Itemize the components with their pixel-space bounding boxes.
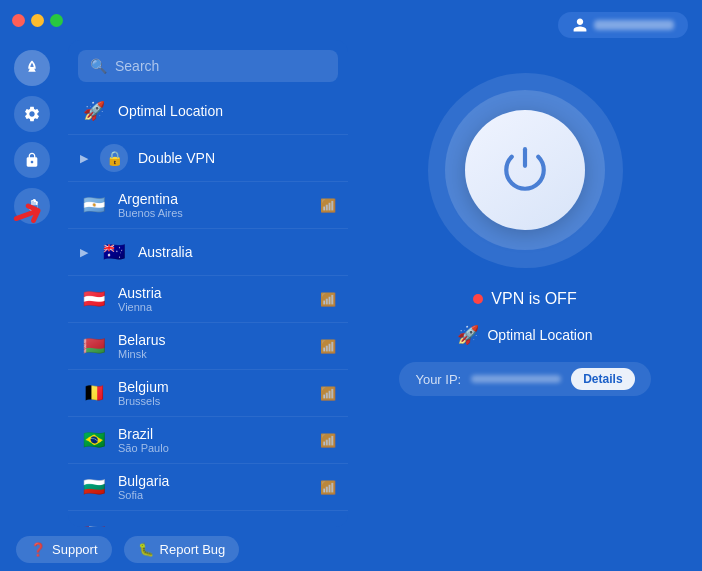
server-name-bulgaria: Bulgaria [118, 473, 310, 489]
bottom-bar: ❓ Support 🐛 Report Bug [0, 527, 702, 571]
status-dot [473, 294, 483, 304]
flag-belarus: 🇧🇾 [80, 332, 108, 360]
server-item-optimal[interactable]: 🚀 Optimal Location [68, 88, 348, 135]
main-layout: ➜ 🔍 [0, 40, 702, 527]
vpn-status-text: VPN is OFF [491, 290, 576, 308]
minimize-button[interactable] [31, 14, 44, 27]
server-sub-belgium: Brussels [118, 395, 310, 407]
lock-flag-icon: 🔒 [100, 144, 128, 172]
server-item-doublevpn[interactable]: ▶ 🔒 Double VPN [68, 135, 348, 182]
server-info-optimal: Optimal Location [118, 103, 336, 119]
user-icon [572, 17, 588, 33]
server-name-brazil: Brazil [118, 426, 310, 442]
username-text [594, 20, 674, 30]
sidebar: ➜ [0, 40, 64, 527]
signal-icon-austria: 📶 [320, 292, 336, 307]
server-name-belgium: Belgium [118, 379, 310, 395]
flag-bulgaria: 🇧🇬 [80, 473, 108, 501]
signal-icon-argentina: 📶 [320, 198, 336, 213]
flag-brazil: 🇧🇷 [80, 426, 108, 454]
server-name-belarus: Belarus [118, 332, 310, 348]
rocket-icon: 🚀 [80, 97, 108, 125]
flag-australia: 🇦🇺 [100, 238, 128, 266]
server-item-canada[interactable]: 🇨🇦 Canada [68, 511, 348, 527]
selected-location: 🚀 Optimal Location [457, 324, 592, 346]
flag-belgium: 🇧🇪 [80, 379, 108, 407]
server-info-canada: Canada [118, 526, 336, 527]
server-info-belgium: Belgium Brussels [118, 379, 310, 407]
selected-location-text: Optimal Location [487, 327, 592, 343]
server-info-bulgaria: Bulgaria Sofia [118, 473, 310, 501]
server-list: 🚀 Optimal Location ▶ 🔒 Double VPN 🇦🇷 Arg… [68, 88, 348, 527]
signal-icon-belarus: 📶 [320, 339, 336, 354]
sidebar-icon-lock[interactable] [14, 142, 50, 178]
server-name-optimal: Optimal Location [118, 103, 336, 119]
right-panel: VPN is OFF 🚀 Optimal Location Your IP: D… [348, 40, 702, 527]
server-item-austria[interactable]: 🇦🇹 Austria Vienna 📶 [68, 276, 348, 323]
server-sub-belarus: Minsk [118, 348, 310, 360]
server-item-argentina[interactable]: 🇦🇷 Argentina Buenos Aires 📶 [68, 182, 348, 229]
sidebar-icon-vpn[interactable] [14, 50, 50, 86]
flag-canada: 🇨🇦 [80, 520, 108, 527]
server-sub-brazil: São Paulo [118, 442, 310, 454]
signal-icon-brazil: 📶 [320, 433, 336, 448]
server-panel: 🔍 🚀 Optimal Location ▶ 🔒 Double VPN [68, 40, 348, 527]
server-name-canada: Canada [118, 526, 336, 527]
server-info-doublevpn: Double VPN [138, 150, 336, 166]
sidebar-icon-privacy[interactable] [14, 188, 50, 224]
search-icon: 🔍 [90, 58, 107, 74]
flag-austria: 🇦🇹 [80, 285, 108, 313]
ip-label: Your IP: [415, 372, 461, 387]
server-sub-argentina: Buenos Aires [118, 207, 310, 219]
report-bug-button[interactable]: 🐛 Report Bug [124, 536, 240, 563]
flag-argentina: 🇦🇷 [80, 191, 108, 219]
power-icon [500, 145, 550, 195]
lock-sidebar-icon [24, 152, 40, 168]
server-item-belgium[interactable]: 🇧🇪 Belgium Brussels 📶 [68, 370, 348, 417]
gear-sidebar-icon [23, 105, 41, 123]
rocket-sidebar-icon [23, 59, 41, 77]
server-info-austria: Austria Vienna [118, 285, 310, 313]
user-button[interactable] [558, 12, 688, 38]
server-info-australia: Australia [138, 244, 336, 260]
server-info-brazil: Brazil São Paulo [118, 426, 310, 454]
sidebar-icon-settings[interactable] [14, 96, 50, 132]
server-item-brazil[interactable]: 🇧🇷 Brazil São Paulo 📶 [68, 417, 348, 464]
server-name-doublevpn: Double VPN [138, 150, 336, 166]
server-info-belarus: Belarus Minsk [118, 332, 310, 360]
fullscreen-button[interactable] [50, 14, 63, 27]
server-name-argentina: Argentina [118, 191, 310, 207]
support-label: Support [52, 542, 98, 557]
power-area [425, 70, 625, 270]
server-item-belarus[interactable]: 🇧🇾 Belarus Minsk 📶 [68, 323, 348, 370]
hand-sidebar-icon [24, 198, 40, 214]
traffic-lights [12, 14, 63, 27]
close-button[interactable] [12, 14, 25, 27]
report-bug-label: Report Bug [160, 542, 226, 557]
expand-icon-doublevpn: ▶ [80, 152, 88, 165]
expand-icon-australia: ▶ [80, 246, 88, 259]
vpn-status: VPN is OFF [473, 290, 576, 308]
server-name-australia: Australia [138, 244, 336, 260]
support-icon: ❓ [30, 542, 46, 557]
support-button[interactable]: ❓ Support [16, 536, 112, 563]
bug-icon: 🐛 [138, 542, 154, 557]
ip-bar: Your IP: Details [399, 362, 650, 396]
server-sub-austria: Vienna [118, 301, 310, 313]
selected-location-icon: 🚀 [457, 324, 479, 346]
signal-icon-belgium: 📶 [320, 386, 336, 401]
title-bar [0, 0, 702, 40]
server-name-austria: Austria [118, 285, 310, 301]
server-item-australia[interactable]: ▶ 🇦🇺 Australia [68, 229, 348, 276]
server-info-argentina: Argentina Buenos Aires [118, 191, 310, 219]
server-sub-bulgaria: Sofia [118, 489, 310, 501]
search-bar: 🔍 [78, 50, 338, 82]
signal-icon-bulgaria: 📶 [320, 480, 336, 495]
details-button[interactable]: Details [571, 368, 634, 390]
search-input[interactable] [115, 58, 326, 74]
server-item-bulgaria[interactable]: 🇧🇬 Bulgaria Sofia 📶 [68, 464, 348, 511]
ip-value-blurred [471, 375, 561, 383]
power-button[interactable] [465, 110, 585, 230]
